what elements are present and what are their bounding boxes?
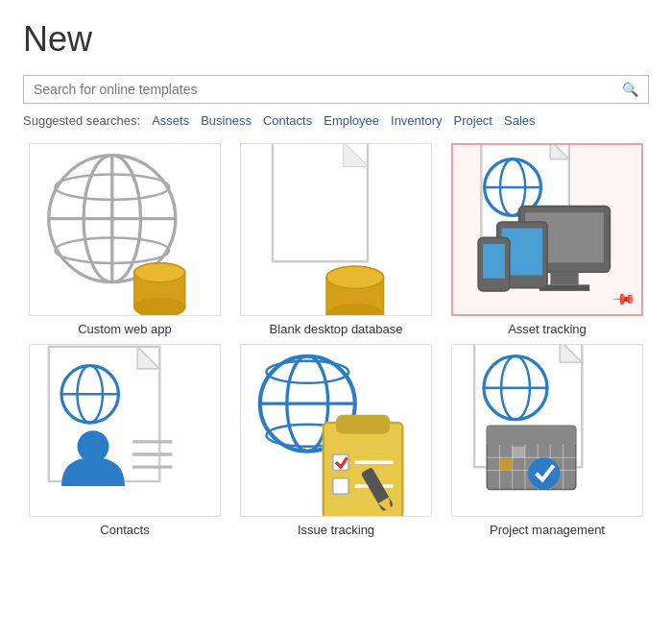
suggested-link-business[interactable]: Business (201, 113, 252, 128)
suggested-link-inventory[interactable]: Inventory (391, 113, 442, 128)
page-title: New (23, 19, 649, 60)
svg-rect-68 (513, 447, 525, 458)
template-label-blank-desktop-db: Blank desktop database (240, 322, 432, 336)
custom-web-app-icon (30, 144, 220, 315)
suggested-label: Suggested searches: (23, 113, 140, 128)
template-blank-desktop-db[interactable]: Blank desktop database (234, 143, 438, 336)
template-asset-tracking[interactable]: 📌 Asset tracking (445, 143, 649, 336)
svg-rect-24 (550, 272, 578, 284)
template-project-management[interactable]: Project management (445, 344, 649, 537)
search-bar: 🔍 (23, 75, 649, 104)
template-contacts[interactable]: Contacts (23, 344, 227, 537)
template-thumb-blank-desktop-db (240, 143, 432, 316)
svg-rect-67 (500, 459, 513, 471)
issue-tracking-icon (241, 345, 431, 516)
template-custom-web-app[interactable]: Custom web app (23, 143, 227, 336)
suggested-searches: Suggested searches: Assets Business Cont… (23, 113, 649, 128)
blank-desktop-db-icon (241, 144, 431, 315)
template-thumb-custom-web-app (29, 143, 221, 316)
svg-rect-58 (487, 426, 575, 445)
suggested-link-assets[interactable]: Assets (152, 113, 189, 128)
svg-point-42 (266, 360, 348, 382)
suggested-link-project[interactable]: Project (454, 113, 492, 128)
svg-point-9 (134, 263, 185, 282)
template-thumb-issue-tracking (240, 344, 432, 517)
asset-tracking-icon (453, 145, 641, 314)
svg-rect-29 (483, 244, 505, 279)
search-input[interactable] (34, 82, 622, 97)
suggested-link-sales[interactable]: Sales (504, 113, 536, 128)
template-thumb-contacts (29, 344, 221, 517)
template-thumb-project-management (451, 344, 643, 517)
svg-point-8 (134, 298, 185, 316)
project-management-icon (452, 345, 642, 516)
template-issue-tracking[interactable]: Issue tracking (234, 344, 438, 537)
svg-point-69 (528, 457, 560, 489)
template-label-custom-web-app: Custom web app (29, 322, 221, 336)
template-label-asset-tracking: Asset tracking (451, 322, 643, 336)
svg-point-35 (78, 430, 109, 462)
svg-point-16 (326, 266, 383, 288)
svg-rect-45 (336, 415, 390, 434)
templates-grid: Custom web app Blank desktop database (23, 143, 649, 537)
template-thumb-asset-tracking: 📌 (451, 143, 643, 316)
template-label-project-management: Project management (451, 523, 643, 537)
svg-rect-48 (333, 478, 349, 495)
suggested-link-contacts[interactable]: Contacts (263, 113, 312, 128)
suggested-link-employee[interactable]: Employee (324, 113, 379, 128)
contacts-icon (30, 345, 220, 516)
search-icon[interactable]: 🔍 (622, 82, 638, 97)
template-label-contacts: Contacts (29, 523, 221, 537)
template-label-issue-tracking: Issue tracking (240, 523, 432, 537)
